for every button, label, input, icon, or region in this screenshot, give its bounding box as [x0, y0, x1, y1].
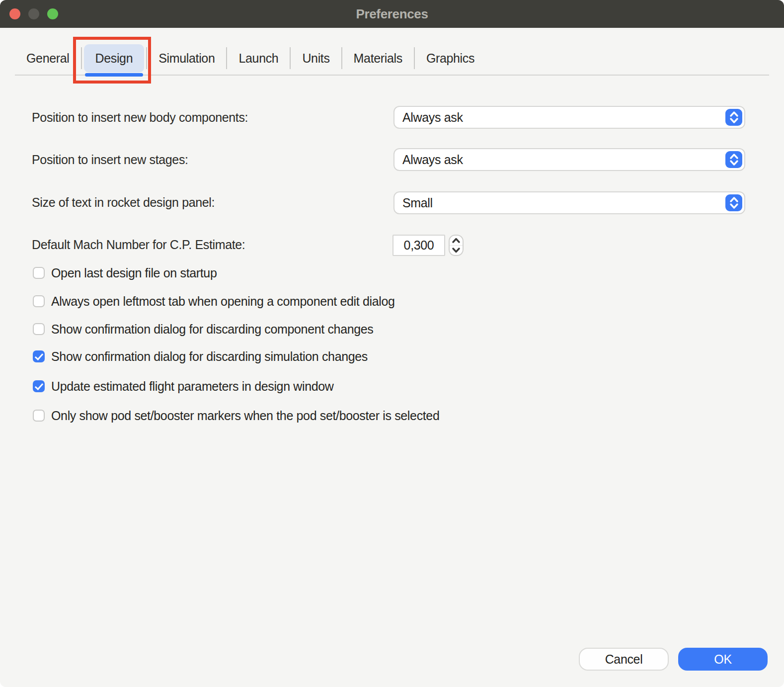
tab-launch[interactable]: Launch: [227, 51, 290, 66]
mach-number-input[interactable]: 0,300: [392, 235, 445, 256]
checkbox-row[interactable]: Show confirmation dialog for discarding …: [33, 320, 374, 338]
checkbox-row[interactable]: Open last design file on startup: [33, 264, 217, 282]
open-last-design-checkbox[interactable]: [33, 267, 45, 279]
dropdown-chevrons-icon: [725, 151, 742, 168]
checkbox-label: Only show pod set/booster markers when t…: [51, 409, 439, 423]
tab-design[interactable]: Design: [84, 44, 145, 73]
update-flight-params-checkbox[interactable]: [33, 380, 45, 392]
mach-number-stepper: [449, 235, 464, 256]
minimize-button[interactable]: [28, 8, 39, 19]
checkbox-row[interactable]: Update estimated flight parameters in de…: [33, 377, 334, 395]
text-size-label: Size of text in rocket design panel:: [32, 193, 215, 211]
checkbox-row[interactable]: Show confirmation dialog for discarding …: [33, 347, 368, 365]
checkbox-label: Update estimated flight parameters in de…: [51, 379, 334, 394]
new-stages-dropdown[interactable]: Always ask: [393, 148, 745, 171]
window-title: Preferences: [356, 6, 428, 22]
close-button[interactable]: [9, 8, 20, 19]
dropdown-value: Small: [402, 196, 433, 210]
checkbox-label: Always open leftmost tab when opening a …: [51, 294, 395, 309]
body-components-dropdown[interactable]: Always ask: [393, 106, 745, 129]
pod-set-markers-checkbox[interactable]: [33, 410, 45, 422]
tab-separator: [81, 47, 82, 69]
checkbox-row[interactable]: Always open leftmost tab when opening a …: [33, 292, 395, 310]
checkbox-label: Show confirmation dialog for discarding …: [51, 349, 368, 364]
tab-bar: General Design Simulation Launch Units M…: [0, 28, 784, 76]
tab-general[interactable]: General: [15, 51, 81, 66]
new-stages-label: Position to insert new stages:: [32, 151, 188, 169]
discard-component-checkbox[interactable]: [33, 323, 45, 335]
stepper-up-button[interactable]: [450, 236, 463, 245]
text-size-dropdown[interactable]: Small: [393, 191, 745, 214]
checkbox-label: Show confirmation dialog for discarding …: [51, 322, 374, 337]
tab-graphics[interactable]: Graphics: [415, 51, 486, 66]
dropdown-chevrons-icon: [725, 109, 742, 126]
dropdown-value: Always ask: [402, 153, 463, 167]
discard-simulation-checkbox[interactable]: [33, 350, 45, 362]
dropdown-value: Always ask: [402, 110, 463, 125]
tab-simulation[interactable]: Simulation: [147, 51, 226, 66]
ok-button[interactable]: OK: [678, 648, 768, 671]
preferences-window: Preferences General Design Simulation La…: [0, 0, 784, 687]
stepper-down-button[interactable]: [450, 246, 463, 255]
cancel-button[interactable]: Cancel: [579, 648, 669, 671]
tab-units[interactable]: Units: [291, 51, 341, 66]
checkbox-row[interactable]: Only show pod set/booster markers when t…: [33, 407, 439, 425]
body-components-label: Position to insert new body components:: [32, 108, 248, 126]
title-bar: Preferences: [0, 0, 784, 28]
zoom-button[interactable]: [47, 8, 58, 19]
leftmost-tab-checkbox[interactable]: [33, 295, 45, 307]
checkbox-label: Open last design file on startup: [51, 266, 217, 280]
mach-number-label: Default Mach Number for C.P. Estimate:: [32, 236, 245, 254]
annotation-highlight-box: Design: [84, 44, 145, 73]
window-controls: [9, 8, 58, 19]
dropdown-chevrons-icon: [725, 194, 742, 211]
tab-materials[interactable]: Materials: [342, 51, 414, 66]
